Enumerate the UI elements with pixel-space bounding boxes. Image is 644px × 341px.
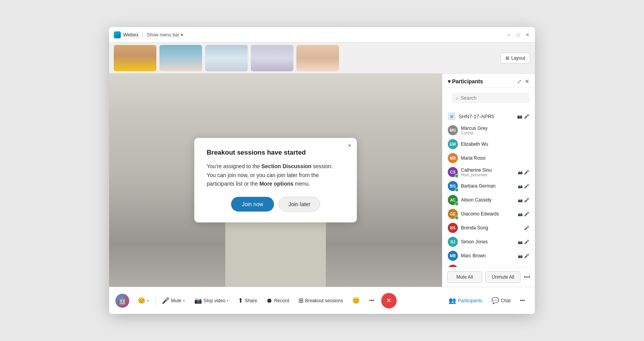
chevron-down-icon: ▾ [227, 299, 229, 303]
chat-button[interactable]: 💬 Chat [488, 294, 514, 307]
participant-info: Marcus Grey Cohost [461, 126, 529, 135]
list-item[interactable]: SJ Simon Jones 📷 🎤 [442, 235, 535, 249]
cam-icon: 📷 [518, 212, 522, 216]
more-button[interactable]: ••• [365, 295, 378, 307]
mute-button[interactable]: 🎤 Mute ▾ [158, 294, 189, 307]
list-item[interactable]: AC Alison Cassidy 📷 🎤 [442, 193, 535, 207]
search-icon: ⌕ [456, 95, 458, 101]
participant-icons: 📷 🎤 [518, 184, 529, 189]
stop-video-button[interactable]: 📷 Stop video ▾ [190, 294, 233, 307]
participant-info: Maria Rossi [461, 155, 529, 161]
session-icons: 📷 🎤 [517, 114, 529, 119]
list-item[interactable]: EW Elizabeth Wu [442, 137, 535, 151]
avatar: SJ [448, 237, 458, 247]
participant-name: Marcus Grey [461, 126, 529, 131]
participant-name: Alison Cassidy [461, 197, 515, 203]
breakout-icon: ⊞ [298, 297, 303, 304]
chat-icon: 💬 [492, 297, 499, 304]
session-icon: ⊞ [448, 112, 456, 120]
thumbnail-3[interactable] [205, 45, 248, 71]
maximize-button[interactable]: □ [516, 32, 521, 38]
show-menu-bar[interactable]: Show menu bar ▾ [147, 32, 183, 38]
list-item[interactable]: MB Marc Brown 📷 🎤 [442, 249, 535, 263]
avatar: MR [448, 153, 458, 163]
mic-off-icon: 🎤 [524, 253, 529, 258]
session-name: SHN7-17-APR5 [459, 114, 514, 119]
modal-title: Breakout sessions have started [207, 149, 344, 157]
more-right-icon: ••• [520, 298, 525, 303]
breakout-button[interactable]: ⊞ Breakout sessions [295, 294, 347, 307]
mic-off-icon: 🎤 [524, 226, 529, 231]
list-item[interactable]: BG Barbara German 📷 🎤 [442, 179, 535, 193]
divider [155, 296, 156, 305]
panel-title: ▾ Participants [448, 78, 483, 84]
thumbnail-4[interactable] [251, 45, 293, 71]
chevron-down-icon: ▾ [147, 299, 149, 303]
participant-name: Giacomo Edwards [461, 211, 515, 217]
session-row: ⊞ SHN7-17-APR5 📷 🎤 [442, 109, 535, 123]
list-item[interactable]: BS Brenda Song 🎤 [442, 221, 535, 235]
list-item[interactable]: MG Marcus Grey Cohost [442, 123, 535, 137]
participant-info: Marc Brown [461, 253, 515, 258]
separator [142, 31, 143, 38]
window-controls: ─ □ ✕ [506, 32, 530, 38]
participant-name: Brenda Song [461, 225, 521, 231]
panel-more-button[interactable]: ••• [524, 274, 530, 281]
thumbnail-5[interactable] [296, 45, 339, 71]
reactions-quick-button[interactable]: 😊 ▾ [134, 294, 153, 307]
participants-button[interactable]: 👥 Participants [445, 294, 486, 307]
panel-header: ▾ Participants ⤢ ✕ [442, 74, 535, 88]
thumbnail-2[interactable] [159, 45, 202, 71]
participant-name: Simon Jones [461, 239, 515, 245]
unmute-all-button[interactable]: Unmute All [485, 271, 521, 283]
participant-info: Elizabeth Wu [461, 141, 529, 147]
titlebar: Webex Show menu bar ▾ ─ □ ✕ [109, 27, 535, 43]
avatar: EW [448, 139, 458, 149]
list-item[interactable]: BS Brenda Song 📷 🎤 [442, 263, 535, 267]
pop-out-button[interactable]: ⤢ [517, 78, 522, 84]
layout-button[interactable]: ⊞ Layout [500, 53, 530, 64]
cam-icon: 📷 [518, 240, 522, 244]
participant-name: Barbara German [461, 183, 515, 189]
participant-name: Catherine Sinu [461, 167, 515, 173]
end-call-button[interactable]: ✕ [381, 293, 397, 308]
join-now-button[interactable]: Join now [231, 197, 274, 212]
record-button[interactable]: ⏺ Record [262, 294, 293, 307]
mic-on-icon: 🎤 [524, 114, 529, 119]
toolbar-right: 👥 Participants 💬 Chat ••• [445, 294, 529, 307]
share-button[interactable]: ⬆ Share [234, 294, 261, 307]
list-item[interactable]: CS Catherine Sinu Host, presenter 📷 🎤 [442, 165, 535, 179]
search-box: ⌕ [452, 93, 529, 103]
participant-icons: 📷 🎤 [518, 239, 529, 245]
emoji-button[interactable]: 😊 [348, 294, 364, 307]
emoji-icon: 😊 [352, 297, 360, 304]
list-item[interactable]: MR Maria Rossi [442, 151, 535, 165]
more-options-text: More options [259, 181, 293, 187]
search-input[interactable] [461, 95, 526, 101]
participant-icons: 📷 🎤 [518, 170, 529, 175]
minimize-button[interactable]: ─ [506, 32, 512, 38]
participant-info: Catherine Sinu Host, presenter [461, 167, 515, 177]
chevron-down-icon: ▾ [181, 32, 183, 38]
join-later-button[interactable]: Join later [279, 197, 320, 212]
participant-icons: 🎤 [524, 226, 529, 231]
more-right-button[interactable]: ••• [516, 295, 529, 307]
participant-name: Elizabeth Wu [461, 141, 529, 147]
session-name: Section Discussion [261, 163, 311, 169]
cam-icon: 📷 [518, 254, 522, 258]
participant-name: Maria Rossi [461, 155, 529, 161]
avatar: BS [448, 223, 458, 233]
list-item[interactable]: GE Giacomo Edwards 📷 🎤 [442, 207, 535, 221]
thumbnail-1[interactable] [114, 45, 156, 71]
participant-info: Barbara German [461, 183, 515, 189]
participants-panel: ▾ Participants ⤢ ✕ ⌕ ≡ ⊞ SHN [442, 74, 535, 287]
panel-close-button[interactable]: ✕ [525, 78, 529, 84]
close-button[interactable]: ✕ [525, 32, 530, 38]
cam-icon: 📷 [518, 170, 522, 174]
avatar: MG [448, 125, 458, 135]
share-icon: ⬆ [238, 297, 243, 304]
more-icon: ••• [369, 298, 374, 303]
mute-all-button[interactable]: Mute All [447, 271, 482, 283]
modal-close-button[interactable]: × [348, 143, 351, 149]
user-avatar: 🤖 [115, 294, 129, 308]
